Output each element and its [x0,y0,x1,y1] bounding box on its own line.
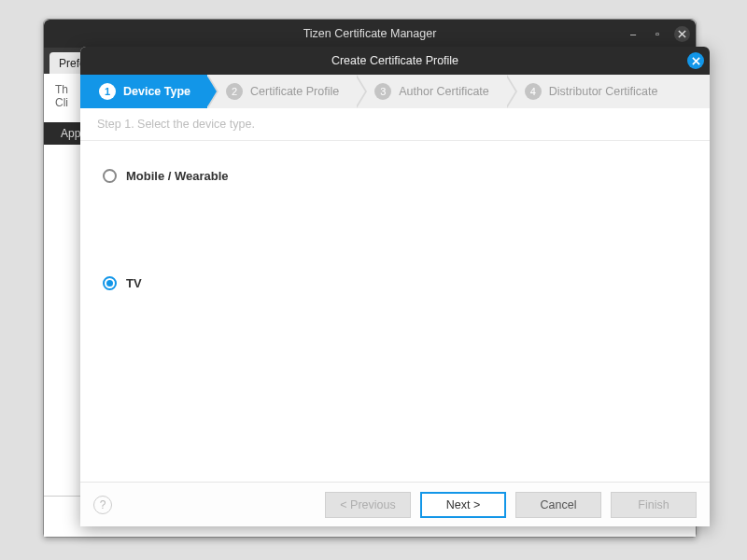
minimize-icon[interactable]: – [626,26,641,41]
radio-mobile-wearable[interactable]: Mobile / Wearable [103,169,687,183]
step-number: 3 [374,83,391,100]
modal-title: Create Certificate Profile [331,54,458,67]
bg-window-title: Tizen Certificate Manager [44,27,696,40]
radio-label: Mobile / Wearable [126,169,229,183]
maximize-icon[interactable]: ▫ [650,26,665,41]
wizard-footer: ? < Previous Next > Cancel Finish [80,482,710,526]
step-number: 1 [99,83,116,100]
step-device-type[interactable]: 1 Device Type [80,75,207,108]
step-label: Distributor Certificate [549,85,658,98]
modal-close-button[interactable] [687,52,704,69]
step-number: 2 [226,83,243,100]
create-profile-modal: Create Certificate Profile 1 Device Type… [80,47,710,526]
step-author-certificate[interactable]: 3 Author Certificate [356,75,506,108]
radio-icon [103,276,117,290]
step-number: 4 [525,83,542,100]
cancel-button[interactable]: Cancel [515,492,601,518]
step-label: Author Certificate [399,85,489,98]
wizard-steps: 1 Device Type 2 Certificate Profile 3 Au… [80,75,710,108]
radio-label: TV [126,276,142,290]
help-icon[interactable]: ? [93,496,112,514]
bg-titlebar: Tizen Certificate Manager – ▫ [44,20,696,48]
finish-button: Finish [611,492,697,518]
radio-icon [103,169,117,183]
step-certificate-profile[interactable]: 2 Certificate Profile [207,75,356,108]
bg-window-controls: – ▫ [626,26,690,42]
step-label: Device Type [123,85,190,98]
close-icon[interactable] [674,26,690,42]
modal-titlebar: Create Certificate Profile [80,47,710,75]
device-type-content: Mobile / Wearable TV [80,141,710,482]
step-description: Step 1. Select the device type. [80,108,710,141]
radio-tv[interactable]: TV [103,276,687,290]
step-distributor-certificate[interactable]: 4 Distributor Certificate [506,75,675,108]
next-button[interactable]: Next > [420,492,506,518]
previous-button: < Previous [325,492,411,518]
step-label: Certificate Profile [250,85,339,98]
